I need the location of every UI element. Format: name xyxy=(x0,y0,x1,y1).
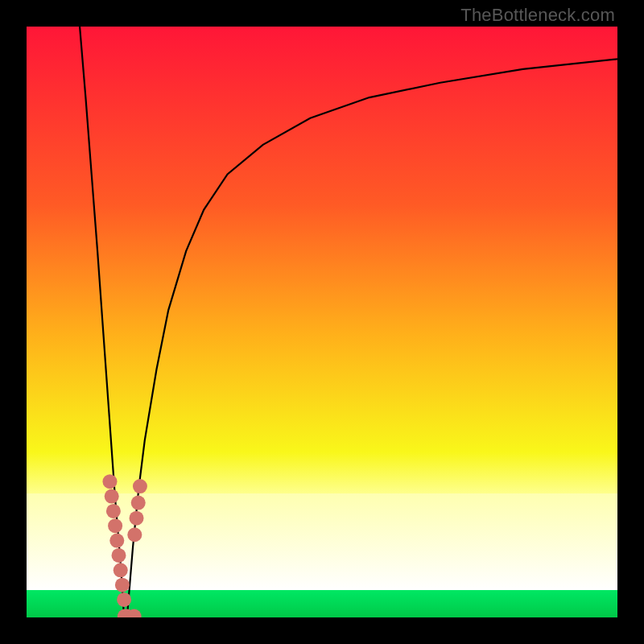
marker-dot xyxy=(106,504,121,518)
marker-dot xyxy=(112,548,126,563)
chart-stage: TheBottleneck.com xyxy=(0,0,644,644)
marker-dot xyxy=(131,496,146,510)
marker-dot xyxy=(117,592,131,607)
marker-dot xyxy=(105,489,119,504)
marker-dot xyxy=(114,563,128,577)
right-branch-curve xyxy=(127,59,617,617)
marker-dot xyxy=(127,527,142,542)
marker-dot xyxy=(130,511,144,526)
plot-area xyxy=(27,27,617,617)
watermark-text: TheBottleneck.com xyxy=(460,5,615,26)
marker-dot xyxy=(108,518,122,533)
marker-dot xyxy=(115,578,130,592)
marker-dot xyxy=(109,534,124,548)
marker-dot xyxy=(102,474,117,489)
marker-dot xyxy=(133,479,147,493)
highlight-markers xyxy=(102,474,147,617)
curves-layer xyxy=(27,27,617,617)
